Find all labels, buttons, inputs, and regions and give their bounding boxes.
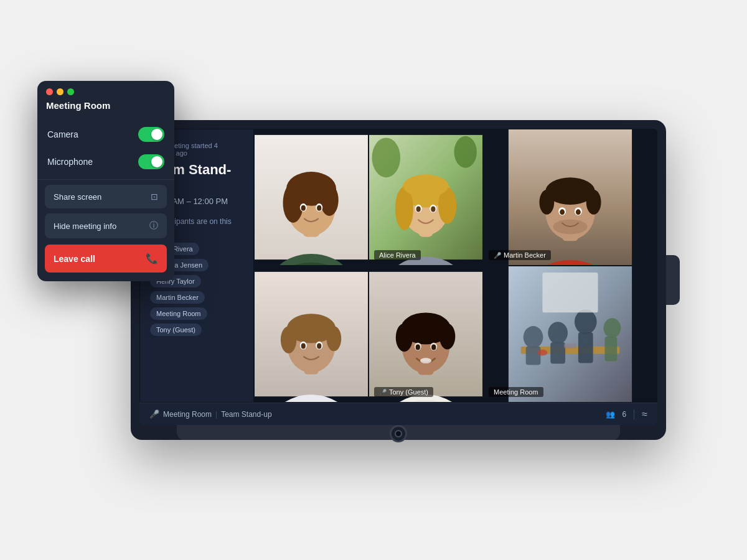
mic-off-icon-tony: 🎤	[379, 389, 387, 396]
tv-frame: Alice Rivera	[131, 120, 666, 440]
mic-off-icon: 🎤	[494, 252, 501, 259]
video-label-alice: Alice Rivera	[374, 250, 421, 260]
svg-point-7	[321, 184, 339, 216]
panel-titlebar	[37, 81, 174, 100]
svg-point-58	[410, 324, 420, 334]
svg-point-49	[317, 343, 321, 349]
video-label-room: Meeting Room	[489, 387, 543, 397]
svg-point-45	[327, 326, 342, 351]
svg-point-78	[537, 350, 547, 356]
svg-point-21	[403, 175, 449, 197]
svg-point-13	[372, 138, 401, 177]
status-right: 👥 6 ≈	[606, 409, 647, 420]
video-label-text: Martin Becker	[504, 251, 546, 259]
mic-status-icon: 🎤	[149, 409, 159, 419]
video-cell-4	[254, 266, 369, 403]
tv-side-bump	[666, 255, 680, 305]
svg-point-60	[433, 324, 442, 334]
participant-count: 6	[622, 410, 627, 419]
svg-point-33	[586, 190, 601, 215]
svg-point-59	[421, 319, 431, 329]
status-meeting-room: Meeting Room	[163, 410, 212, 419]
status-left: 🎤 Meeting Room | Team Stand-up	[149, 409, 606, 419]
leave-call-button[interactable]: Leave call 📞	[45, 245, 167, 273]
video-label-text: Alice Rivera	[379, 251, 416, 259]
svg-point-32	[539, 190, 554, 215]
video-cell-6: Meeting Room	[483, 266, 657, 403]
hide-meeting-info-button[interactable]: Hide meeting info ⓘ	[45, 213, 167, 238]
svg-point-24	[416, 207, 421, 212]
camera-label: Camera	[47, 129, 78, 139]
titlebar-dot-yellow[interactable]	[57, 88, 63, 95]
svg-point-48	[301, 343, 306, 349]
titlebar-dot-red[interactable]	[46, 88, 53, 95]
share-screen-icon: ⊡	[151, 192, 158, 202]
microphone-toggle[interactable]	[138, 154, 164, 169]
hide-meeting-info-label: Hide meeting info	[54, 222, 116, 231]
svg-point-6	[283, 183, 304, 223]
camera-toggle-knob	[151, 129, 162, 140]
panel-title: Meeting Room	[37, 100, 174, 121]
svg-point-70	[548, 322, 568, 344]
svg-point-68	[524, 326, 543, 348]
camera-toggle-row: Camera	[37, 121, 174, 148]
camera-lens-inner	[395, 430, 402, 437]
participant-chip: Martin Becker	[150, 291, 205, 304]
camera-toggle[interactable]	[138, 127, 164, 142]
svg-point-64	[431, 344, 436, 350]
svg-point-14	[454, 136, 477, 168]
svg-rect-76	[542, 273, 598, 312]
microphone-label: Microphone	[47, 157, 93, 167]
video-label-tony: 🎤 Tony (Guest)	[374, 387, 433, 397]
floating-panel: Meeting Room Camera Microphone Share scr…	[37, 81, 174, 281]
share-screen-button[interactable]: Share screen ⊡	[45, 185, 167, 208]
svg-point-65	[420, 358, 431, 363]
leave-call-label: Leave call	[54, 254, 95, 264]
participant-chip: Meeting Room	[150, 307, 207, 320]
video-label-text: Meeting Room	[494, 388, 538, 396]
tv-status-bar: 🎤 Meeting Room | Team Stand-up 👥 6 ≈	[139, 403, 657, 425]
tv-camera-bar	[177, 425, 620, 440]
wave-icon: ≈	[642, 409, 647, 420]
svg-rect-73	[578, 332, 593, 363]
microphone-toggle-row: Microphone	[37, 148, 174, 175]
status-separator: |	[215, 410, 217, 419]
svg-point-44	[281, 326, 296, 353]
status-meeting-name: Team Stand-up	[221, 410, 271, 419]
svg-point-74	[604, 318, 621, 338]
video-cell-1	[254, 129, 369, 266]
svg-point-72	[575, 309, 597, 334]
video-label-martin: 🎤 Martin Becker	[489, 250, 551, 260]
video-cell-3: 🎤 Martin Becker	[483, 129, 657, 266]
svg-point-63	[416, 344, 420, 350]
svg-point-11	[317, 205, 321, 211]
video-label-text: Tony (Guest)	[389, 388, 428, 396]
panel-divider-1	[37, 179, 174, 180]
participant-count-icon: 👥	[606, 410, 615, 419]
status-divider	[634, 409, 634, 419]
titlebar-dot-green[interactable]	[67, 88, 74, 95]
video-cell-5: 🎤 Tony (Guest)	[369, 266, 483, 403]
video-cell-2: Alice Rivera	[369, 129, 483, 266]
leave-call-icon: 📞	[146, 253, 158, 264]
svg-point-36	[560, 209, 565, 215]
share-screen-label: Share screen	[54, 192, 101, 202]
participant-chip: Tony (Guest)	[150, 324, 202, 336]
video-grid: Alice Rivera	[139, 129, 657, 403]
svg-point-25	[431, 207, 435, 212]
svg-rect-71	[550, 342, 565, 364]
microphone-toggle-knob	[151, 156, 162, 167]
tv-monitor: Alice Rivera	[131, 120, 666, 440]
svg-rect-77	[564, 343, 576, 348]
camera-lens	[390, 425, 407, 442]
svg-point-10	[301, 205, 306, 211]
tv-screen: Alice Rivera	[139, 129, 657, 425]
svg-point-37	[576, 209, 581, 215]
svg-point-57	[439, 324, 455, 350]
svg-rect-75	[604, 337, 617, 362]
svg-rect-69	[526, 347, 541, 365]
info-icon: ⓘ	[149, 220, 158, 231]
